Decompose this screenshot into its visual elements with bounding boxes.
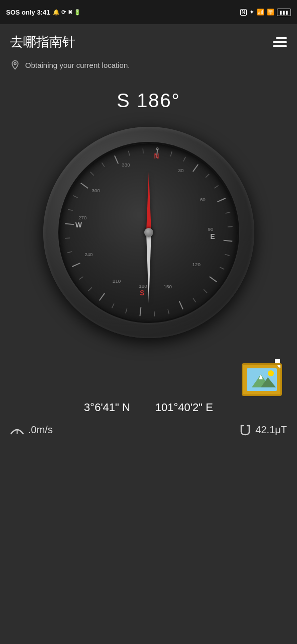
- svg-text:240: 240: [84, 252, 93, 257]
- svg-line-25: [143, 148, 143, 153]
- svg-text:90: 90: [208, 226, 213, 232]
- svg-text:W: W: [75, 221, 82, 229]
- photo-icon-row: [10, 363, 287, 396]
- svg-text:S: S: [140, 289, 144, 297]
- svg-line-31: [227, 226, 232, 227]
- svg-text:30: 30: [178, 168, 183, 173]
- needle-south: [146, 232, 151, 303]
- svg-line-36: [168, 309, 169, 314]
- status-left: SOS only 3:41 🔔 ⟳ ✖ 🔋: [6, 9, 81, 16]
- app-title: 去哪指南针: [10, 33, 75, 51]
- svg-line-3: [99, 293, 104, 300]
- magnetic-value: 42.1μT: [255, 424, 287, 436]
- svg-text:330: 330: [122, 162, 130, 168]
- svg-line-20: [68, 209, 72, 211]
- svg-line-24: [128, 151, 129, 156]
- svg-line-15: [112, 303, 114, 308]
- magnetic-display: 42.1μT: [239, 424, 287, 436]
- svg-line-18: [67, 252, 72, 253]
- svg-line-32: [225, 254, 229, 256]
- hamburger-line-2: [273, 41, 287, 43]
- svg-point-0: [14, 62, 16, 64]
- svg-line-27: [183, 157, 185, 162]
- notif-icons: 🔔 ⟳ ✖ 🔋: [53, 9, 80, 16]
- location-status-text: Obtaining your current location.: [25, 61, 130, 69]
- bottom-stats: .0m/s 42.1μT: [10, 424, 287, 446]
- svg-line-29: [214, 186, 218, 188]
- status-bar: SOS only 3:41 🔔 ⟳ ✖ 🔋 N ✦ 📶 🛜 ▮▮▮: [0, 0, 297, 24]
- compass-outer-ring: S 180 210 240 W 270 300 330 N 0: [43, 127, 254, 338]
- svg-line-23: [102, 163, 104, 167]
- svg-line-28: [206, 174, 209, 178]
- location-pin-icon: [10, 60, 20, 70]
- svg-line-13: [179, 301, 182, 309]
- photo-frame-icon[interactable]: [242, 363, 282, 396]
- svg-line-4: [72, 263, 80, 267]
- svg-text:150: 150: [163, 284, 172, 289]
- svg-point-58: [268, 370, 274, 376]
- svg-line-34: [204, 289, 207, 293]
- svg-line-11: [223, 240, 232, 242]
- needle-pivot: [144, 228, 153, 237]
- menu-button[interactable]: [273, 37, 287, 47]
- svg-line-19: [65, 238, 70, 238]
- nfc-icon: N: [240, 9, 247, 16]
- status-right: N ✦ 📶 🛜 ▮▮▮: [240, 9, 291, 16]
- speed-value: .0m/s: [28, 424, 53, 436]
- svg-line-12: [209, 277, 216, 282]
- svg-line-37: [154, 311, 154, 316]
- svg-text:E: E: [210, 233, 215, 240]
- bottom-section: 3°6'41" N 101°40'2" E .0m/s 42.1μT: [0, 363, 297, 446]
- wifi-icon: 🛜: [267, 9, 274, 16]
- svg-line-10: [217, 198, 225, 202]
- svg-line-22: [90, 172, 93, 176]
- svg-text:0: 0: [156, 146, 159, 151]
- svg-text:120: 120: [192, 262, 201, 267]
- svg-line-16: [88, 287, 91, 291]
- hamburger-line-3: [273, 45, 287, 47]
- magnetic-icon: [239, 425, 251, 436]
- svg-line-21: [73, 196, 77, 198]
- longitude-display: 101°40'2" E: [155, 401, 213, 414]
- svg-line-6: [80, 183, 87, 188]
- svg-line-33: [220, 267, 224, 269]
- needle-north: [146, 172, 151, 232]
- coordinates-row: 3°6'41" N 101°40'2" E: [10, 401, 287, 414]
- svg-text:300: 300: [91, 188, 100, 193]
- svg-line-14: [125, 308, 127, 313]
- svg-line-26: [170, 151, 172, 156]
- svg-line-35: [192, 298, 195, 302]
- speed-display: .0m/s: [10, 424, 53, 436]
- signal-icon: 📶: [257, 9, 264, 16]
- svg-line-7: [115, 155, 118, 164]
- svg-line-5: [65, 224, 74, 225]
- mountain-photo-icon: [247, 368, 277, 391]
- compass-heading: S 186°: [0, 90, 297, 112]
- svg-text:270: 270: [78, 215, 87, 220]
- svg-line-30: [225, 212, 230, 213]
- svg-line-17: [79, 277, 83, 279]
- speed-icon: [10, 425, 24, 436]
- svg-line-2: [140, 307, 141, 316]
- compass-face: S 180 210 240 W 270 300 330 N 0: [58, 142, 239, 323]
- header: 去哪指南针: [0, 24, 297, 56]
- location-bar: Obtaining your current location.: [0, 56, 297, 80]
- bluetooth-icon: ✦: [249, 9, 254, 16]
- battery-icon: ▮▮▮: [277, 9, 291, 16]
- compass-wrapper: S 180 210 240 W 270 300 330 N 0: [43, 127, 254, 338]
- svg-text:210: 210: [112, 278, 121, 284]
- svg-line-9: [192, 165, 197, 172]
- hamburger-line-1: [276, 37, 287, 39]
- latitude-display: 3°6'41" N: [84, 401, 130, 414]
- svg-text:60: 60: [200, 197, 205, 202]
- status-text: SOS only 3:41: [6, 9, 50, 16]
- svg-text:N: N: [154, 152, 159, 160]
